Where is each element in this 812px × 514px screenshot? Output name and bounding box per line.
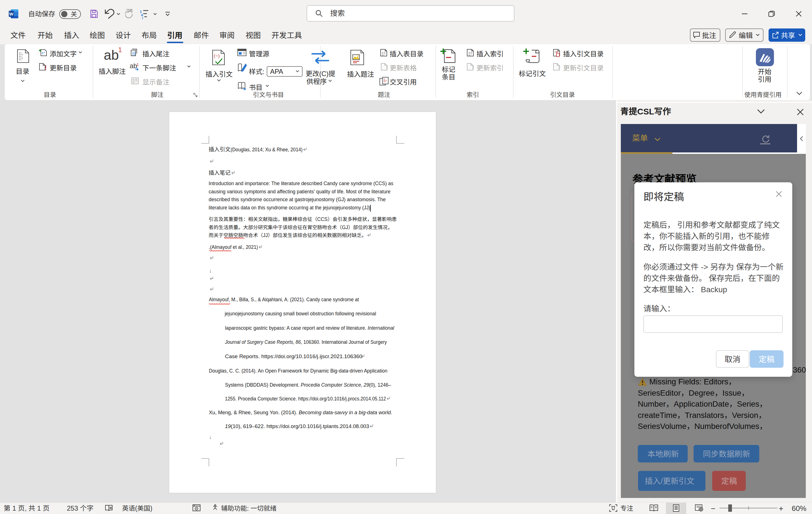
svg-text:W: W (9, 11, 13, 16)
svg-text:[i]: [i] (132, 51, 135, 56)
svg-text:ab: ab (130, 63, 137, 70)
svg-text:1: 1 (137, 63, 139, 67)
svg-text:!: ! (472, 64, 474, 71)
svg-text:!: ! (386, 64, 388, 71)
svg-text:(−): (−) (214, 53, 220, 59)
svg-text:i: i (142, 16, 143, 19)
svg-text:!: ! (558, 64, 561, 71)
svg-text:!: ! (45, 64, 47, 71)
